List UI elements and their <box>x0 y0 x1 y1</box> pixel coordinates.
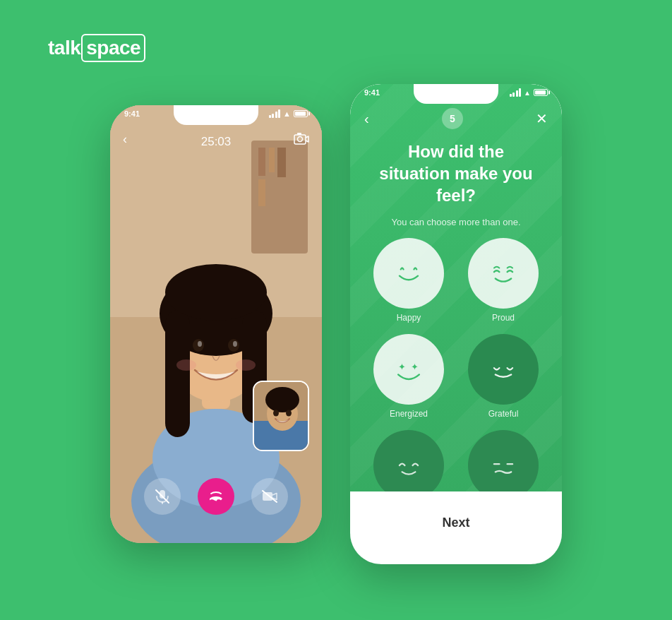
relaxed-circle <box>373 430 444 501</box>
logo: talk space <box>48 34 145 62</box>
video-off-button[interactable] <box>251 478 288 515</box>
mute-button[interactable] <box>144 478 181 515</box>
svg-text:✦: ✦ <box>398 362 406 372</box>
right-phone: 9:41 ▲ ‹ 5 ✕ How did the situation make … <box>350 84 562 564</box>
left-status-icons: ▲ <box>269 109 308 118</box>
svg-point-17 <box>198 341 202 347</box>
subtitle-text: You can choose more than one. <box>371 217 541 227</box>
next-button-container: Next <box>350 491 562 564</box>
svg-text:✦: ✦ <box>411 362 419 372</box>
next-button[interactable]: Next <box>367 504 545 542</box>
svg-rect-33 <box>263 492 272 501</box>
right-status-icons: ▲ <box>510 88 548 97</box>
energized-label: Energized <box>390 409 428 419</box>
svg-point-35 <box>390 255 427 292</box>
video-controls <box>110 478 322 515</box>
battery-icon <box>294 110 308 117</box>
svg-point-14 <box>165 264 267 321</box>
emotion-grid: Happy <box>367 238 545 515</box>
emotion-happy[interactable]: Happy <box>367 238 450 323</box>
right-phone-content: 9:41 ▲ ‹ 5 ✕ How did the situation make … <box>350 84 562 564</box>
video-timer: 25:03 <box>201 135 232 149</box>
right-signal-icon <box>510 88 522 97</box>
svg-point-22 <box>298 137 303 142</box>
svg-point-20 <box>236 359 256 371</box>
svg-rect-4 <box>269 148 275 172</box>
video-background <box>110 105 322 543</box>
left-status-bar: 9:41 ▲ <box>124 109 308 118</box>
phones-container: 9:41 ▲ <box>110 84 562 564</box>
signal-icon <box>269 109 281 118</box>
back-button[interactable]: ‹ <box>123 132 127 147</box>
right-wifi-icon: ▲ <box>524 89 531 97</box>
right-time: 9:41 <box>364 88 380 97</box>
happy-label: Happy <box>397 313 421 323</box>
step-badge: 5 <box>442 108 463 129</box>
svg-point-28 <box>273 410 279 417</box>
back-chevron[interactable]: ‹ <box>364 111 369 127</box>
svg-rect-12 <box>165 310 190 437</box>
svg-rect-23 <box>297 133 301 135</box>
emotion-energized[interactable]: ✦ ✦ Energized <box>367 334 450 419</box>
close-button[interactable]: ✕ <box>536 110 548 127</box>
left-phone: 9:41 ▲ <box>110 105 322 543</box>
svg-point-19 <box>176 359 196 371</box>
energized-circle: ✦ ✦ <box>373 334 444 405</box>
proud-circle <box>468 238 539 309</box>
proud-label: Proud <box>492 313 515 323</box>
wifi-icon: ▲ <box>283 109 291 118</box>
svg-point-27 <box>265 387 299 412</box>
logo-text-right: space <box>86 37 140 59</box>
hangup-button[interactable] <box>198 478 234 515</box>
svg-rect-6 <box>258 179 265 206</box>
svg-rect-3 <box>258 148 265 176</box>
question-text: How did the situation make you feel? <box>371 141 541 207</box>
svg-point-29 <box>286 410 292 417</box>
happy-circle <box>373 238 444 309</box>
logo-text-left: talk <box>48 37 80 59</box>
right-nav: ‹ 5 ✕ <box>364 108 548 129</box>
emotion-proud[interactable]: Proud <box>462 238 545 323</box>
left-time: 9:41 <box>124 109 140 118</box>
logo-box: space <box>81 34 145 62</box>
concerned-circle <box>468 430 539 501</box>
svg-point-18 <box>233 341 237 347</box>
svg-rect-5 <box>277 148 286 177</box>
emotion-grateful[interactable]: Grateful <box>462 334 545 419</box>
right-battery-icon <box>534 89 548 96</box>
thumbnail-video <box>253 381 309 451</box>
grateful-circle <box>468 334 539 405</box>
right-notch <box>414 84 498 104</box>
grateful-label: Grateful <box>488 409 519 419</box>
camera-icon[interactable] <box>294 132 309 147</box>
